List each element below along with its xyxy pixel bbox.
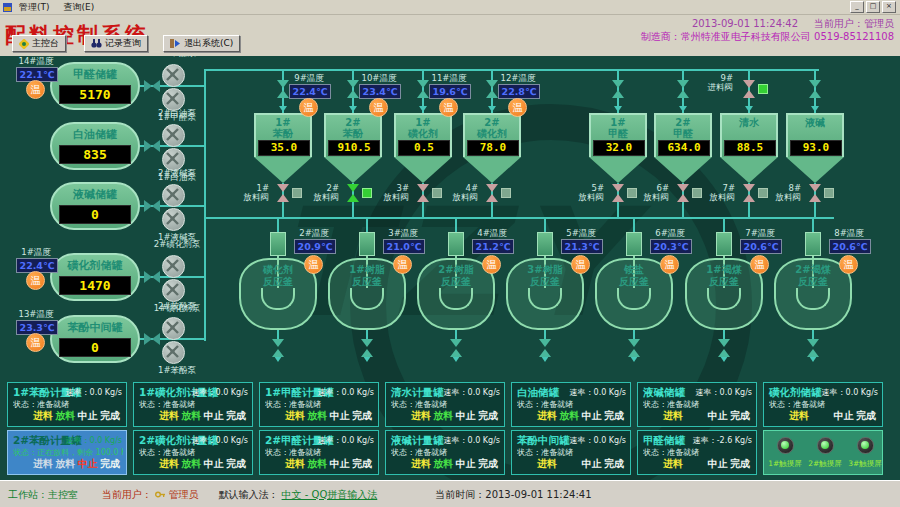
discharge-valve-icon[interactable] — [743, 184, 755, 202]
discharge-valve-icon[interactable] — [809, 184, 821, 202]
abort-button[interactable]: 中止 — [329, 409, 351, 423]
hopper-name: 1# — [589, 117, 647, 128]
feed-button[interactable]: 进料 — [158, 457, 180, 471]
pump-icon[interactable] — [162, 184, 185, 207]
minimize-button[interactable]: _ — [850, 1, 864, 13]
discharge-valve-icon[interactable] — [347, 184, 359, 202]
discharge-button[interactable]: 放料 — [306, 409, 328, 423]
reactor-outlet-valve-icon[interactable] — [361, 339, 373, 357]
pump-icon[interactable] — [162, 124, 185, 147]
pump-icon[interactable] — [162, 255, 185, 278]
hopper-name: 苯酚 — [254, 128, 312, 139]
abort-button[interactable]: 中止 — [581, 457, 603, 471]
feed-button[interactable]: 进料 — [32, 409, 54, 423]
discharge-button[interactable]: 放料 — [180, 409, 202, 423]
control-panel: 2#苯酚计量罐速率：0.0 Kg/s状态：正在放料，剩余 100.0 Kg...… — [7, 430, 127, 475]
discharge-valve-icon[interactable] — [277, 184, 289, 202]
abort-button[interactable]: 中止 — [581, 409, 603, 423]
feed-valve-icon[interactable] — [486, 80, 498, 98]
finish-button[interactable]: 完成 — [603, 457, 625, 471]
abort-button[interactable]: 中止 — [455, 457, 477, 471]
reactor-outlet-valve-icon[interactable] — [450, 339, 462, 357]
finish-button[interactable]: 完成 — [99, 457, 121, 471]
statusbar-user-label: 当前用户： — [102, 489, 152, 500]
abort-button[interactable]: 中止 — [203, 409, 225, 423]
feed-button[interactable]: 进料 — [536, 457, 558, 471]
feed-valve-icon[interactable] — [612, 80, 624, 98]
console-button[interactable]: 主控台 — [12, 35, 66, 52]
finish-button[interactable]: 完成 — [729, 409, 751, 423]
feed-button[interactable]: 进料 — [32, 457, 54, 471]
tank-outlet-valve-icon[interactable] — [144, 271, 160, 283]
exit-system-button[interactable]: 退出系统(C) — [163, 35, 240, 52]
menu-manage[interactable]: 管理(T) — [12, 1, 57, 14]
ime-label: 默认输入法： — [218, 489, 278, 500]
discharge-button[interactable]: 放料 — [432, 409, 454, 423]
finish-button[interactable]: 完成 — [99, 409, 121, 423]
pump-icon[interactable] — [162, 279, 185, 302]
feed-valve-icon[interactable] — [743, 80, 755, 98]
abort-button[interactable]: 中止 — [455, 409, 477, 423]
finish-button[interactable]: 完成 — [603, 409, 625, 423]
discharge-valve-icon[interactable] — [677, 184, 689, 202]
feed-button[interactable]: 进料 — [788, 409, 810, 423]
feed-button[interactable]: 进料 — [662, 457, 684, 471]
feed-button[interactable]: 进料 — [410, 457, 432, 471]
pump-icon[interactable] — [162, 317, 185, 340]
discharge-valve-icon[interactable] — [417, 184, 429, 202]
pump-icon[interactable] — [162, 64, 185, 87]
control-panel: 苯酚中间罐速率：0.0 Kg/s状态：准备就绪进料中止完成 — [511, 430, 631, 475]
discharge-button[interactable]: 放料 — [558, 409, 580, 423]
discharge-button[interactable]: 放料 — [54, 457, 76, 471]
feed-button[interactable]: 进料 — [662, 409, 684, 423]
ime-value[interactable]: 中文 - QQ拼音输入法 — [282, 489, 378, 500]
record-query-button[interactable]: 记录查询 — [84, 35, 148, 52]
abort-button[interactable]: 中止 — [707, 409, 729, 423]
close-button[interactable]: × — [882, 1, 896, 13]
panel-rate: 速率：0.0 Kg/s — [444, 387, 500, 398]
abort-button[interactable]: 中止 — [329, 457, 351, 471]
feed-button[interactable]: 进料 — [410, 409, 432, 423]
finish-button[interactable]: 完成 — [225, 409, 247, 423]
discharge-button[interactable]: 放料 — [432, 457, 454, 471]
pump-icon[interactable] — [162, 208, 185, 231]
feed-button[interactable]: 进料 — [284, 457, 306, 471]
finish-button[interactable]: 完成 — [477, 409, 499, 423]
finish-button[interactable]: 完成 — [477, 457, 499, 471]
feed-valve-icon[interactable] — [347, 80, 359, 98]
abort-button[interactable]: 中止 — [833, 409, 855, 423]
finish-button[interactable]: 完成 — [351, 457, 373, 471]
reactor-outlet-valve-icon[interactable] — [539, 339, 551, 357]
tank-outlet-valve-icon[interactable] — [144, 333, 160, 345]
tank-outlet-valve-icon[interactable] — [144, 80, 160, 92]
feed-valve-icon[interactable] — [417, 80, 429, 98]
restore-button[interactable]: □ — [866, 1, 880, 13]
discharge-valve-icon[interactable] — [612, 184, 624, 202]
reactor-outlet-valve-icon[interactable] — [807, 339, 819, 357]
discharge-button[interactable]: 放料 — [54, 409, 76, 423]
menu-query[interactable]: 查询(E) — [57, 1, 102, 14]
feed-button[interactable]: 进料 — [284, 409, 306, 423]
feed-valve-icon[interactable] — [277, 80, 289, 98]
reactor-outlet-valve-icon[interactable] — [718, 339, 730, 357]
finish-button[interactable]: 完成 — [855, 409, 877, 423]
discharge-valve-icon[interactable] — [486, 184, 498, 202]
finish-button[interactable]: 完成 — [729, 457, 751, 471]
abort-button[interactable]: 中止 — [77, 457, 99, 471]
discharge-button[interactable]: 放料 — [180, 457, 202, 471]
abort-button[interactable]: 中止 — [707, 457, 729, 471]
feed-valve-icon[interactable] — [809, 80, 821, 98]
panel-rate: 速率：0.0 Kg/s — [66, 387, 122, 398]
finish-button[interactable]: 完成 — [225, 457, 247, 471]
pump-icon[interactable] — [162, 341, 185, 364]
tank-outlet-valve-icon[interactable] — [144, 200, 160, 212]
reactor-outlet-valve-icon[interactable] — [272, 339, 284, 357]
feed-button[interactable]: 进料 — [536, 409, 558, 423]
abort-button[interactable]: 中止 — [77, 409, 99, 423]
reactor-outlet-valve-icon[interactable] — [628, 339, 640, 357]
tank-outlet-valve-icon[interactable] — [144, 140, 160, 152]
feed-button[interactable]: 进料 — [158, 409, 180, 423]
abort-button[interactable]: 中止 — [203, 457, 225, 471]
discharge-button[interactable]: 放料 — [306, 457, 328, 471]
finish-button[interactable]: 完成 — [351, 409, 373, 423]
